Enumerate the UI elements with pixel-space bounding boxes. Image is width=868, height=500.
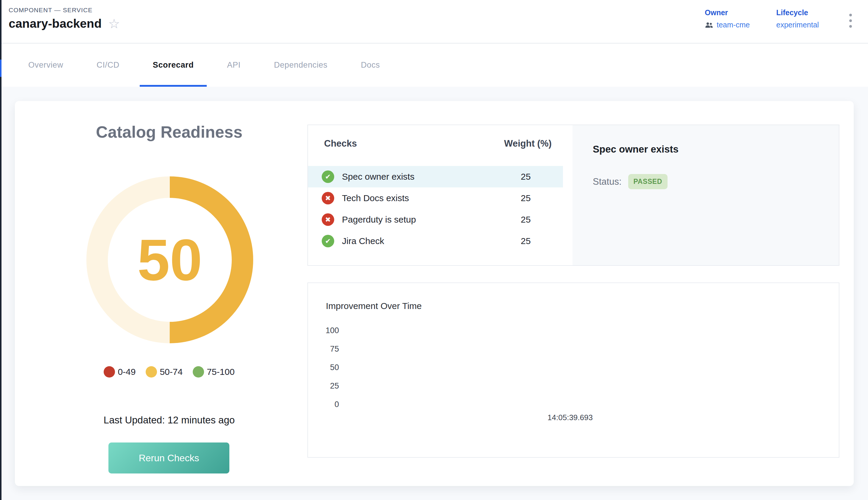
chart-title: Improvement Over Time [326, 301, 422, 311]
scorecard-title: Catalog Readiness [15, 123, 324, 141]
weight-column-header: Weight (%) [495, 138, 560, 149]
check-row-pagerduty[interactable]: ✖ Pagerduty is setup 25 [308, 209, 563, 230]
check-row-spec-owner[interactable]: ✔ Spec owner exists 25 [308, 166, 563, 188]
lifecycle-value: experimental [776, 21, 819, 29]
check-detail-panel: Spec owner exists Status: PASSED [572, 125, 839, 265]
tab-cicd[interactable]: CI/CD [83, 44, 132, 87]
legend-label: 0-49 [118, 367, 136, 377]
tab-overview[interactable]: Overview [15, 44, 76, 87]
app-screen: COMPONENT — SERVICE canary-backend ☆ Own… [0, 0, 868, 500]
lifecycle-label: Lifecycle [776, 8, 819, 17]
check-status-row: Status: PASSED [593, 174, 827, 189]
owner-link[interactable]: team-cme [705, 21, 750, 29]
owner-label: Owner [705, 8, 750, 17]
check-failed-icon: ✖ [322, 192, 334, 204]
owner-block: Owner team-cme [705, 8, 750, 29]
improvement-chart-panel: Improvement Over Time 100 75 50 25 0 14:… [308, 283, 840, 458]
check-detail-title: Spec owner exists [593, 144, 827, 155]
y-axis-tick: 25 [316, 382, 339, 391]
checks-table-header: Checks Weight (%) [308, 138, 572, 149]
legend-dot-red [104, 366, 115, 377]
legend-item-low: 0-49 [104, 366, 136, 377]
score-gauge: 50 [86, 177, 253, 343]
y-axis-tick: 100 [316, 326, 339, 335]
entity-title-row: canary-backend ☆ [9, 17, 120, 31]
check-rows: ✔ Spec owner exists 25 ✖ Tech Docs exist… [308, 166, 563, 252]
legend-dot-yellow [146, 366, 157, 377]
entity-kind-breadcrumb: COMPONENT — SERVICE [9, 7, 93, 14]
check-passed-icon: ✔ [322, 235, 334, 247]
legend-dot-green [193, 366, 204, 377]
tab-docs[interactable]: Docs [348, 44, 393, 87]
tab-scorecard[interactable]: Scorecard [140, 44, 207, 87]
legend-item-mid: 50-74 [146, 366, 183, 377]
check-weight: 25 [508, 193, 544, 203]
lifecycle-block: Lifecycle experimental [776, 8, 819, 29]
entity-header: COMPONENT — SERVICE canary-backend ☆ Own… [1, 0, 868, 44]
page-title: canary-backend [9, 17, 102, 31]
people-icon [705, 22, 714, 28]
last-updated-text: Last Updated: 12 minutes ago [15, 414, 324, 426]
check-row-jira[interactable]: ✔ Jira Check 25 [308, 230, 563, 252]
check-weight: 25 [508, 236, 544, 246]
tab-api[interactable]: API [214, 44, 254, 87]
check-passed-icon: ✔ [322, 170, 334, 183]
y-axis-tick: 75 [316, 344, 339, 354]
check-failed-icon: ✖ [322, 213, 334, 226]
check-name: Jira Check [342, 236, 508, 246]
scorecard-card: Catalog Readiness 50 0-49 50-74 75-100 L… [15, 101, 854, 486]
entity-tab-bar: Overview CI/CD Scorecard API Dependencie… [1, 44, 868, 87]
status-label: Status: [593, 177, 622, 187]
kebab-menu-icon[interactable] [847, 14, 853, 28]
score-legend: 0-49 50-74 75-100 [15, 366, 324, 377]
rerun-checks-button[interactable]: Rerun Checks [108, 443, 229, 474]
tab-dependencies[interactable]: Dependencies [261, 44, 341, 87]
y-axis-tick: 50 [316, 363, 339, 372]
check-row-tech-docs[interactable]: ✖ Tech Docs exists 25 [308, 188, 563, 209]
x-axis-tick: 14:05:39.693 [529, 413, 612, 422]
check-name: Pagerduty is setup [342, 215, 508, 225]
status-badge: PASSED [628, 174, 668, 189]
checks-table: Checks Weight (%) ✔ Spec owner exists 25… [308, 125, 572, 265]
gauge-score-value: 50 [86, 177, 253, 343]
legend-label: 50-74 [160, 367, 183, 377]
checks-panel: Checks Weight (%) ✔ Spec owner exists 25… [308, 125, 840, 266]
legend-label: 75-100 [207, 367, 234, 377]
check-name: Tech Docs exists [342, 193, 508, 203]
checks-column-header: Checks [324, 138, 495, 149]
check-weight: 25 [508, 172, 544, 182]
favorite-star-icon[interactable]: ☆ [108, 17, 120, 31]
legend-item-high: 75-100 [193, 366, 234, 377]
owner-value[interactable]: team-cme [717, 21, 750, 29]
check-weight: 25 [508, 215, 544, 225]
check-name: Spec owner exists [342, 172, 508, 182]
y-axis-tick: 0 [316, 400, 339, 409]
